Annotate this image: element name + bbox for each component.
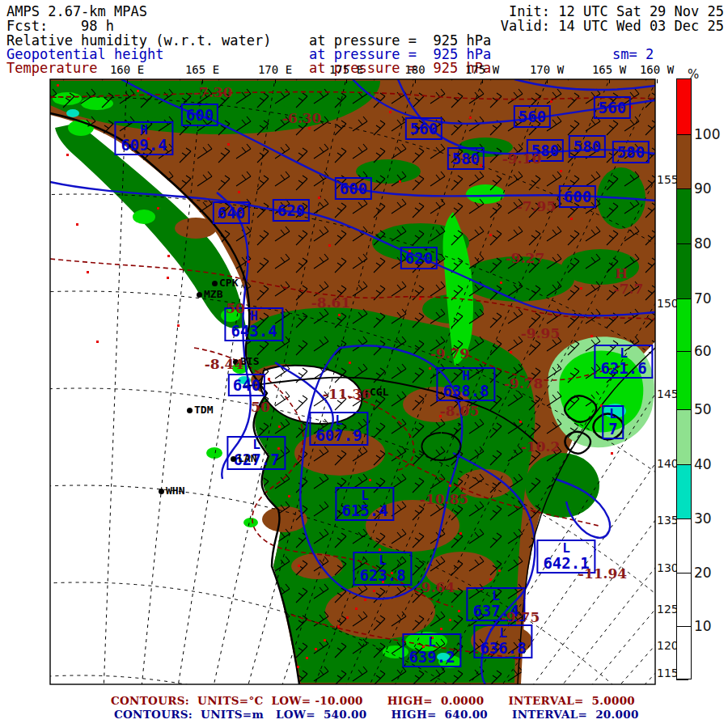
map-canvas [0, 0, 728, 728]
init-time: Init: 12 UTC Sat 29 Nov 25 [509, 3, 724, 19]
legend-temperature-contours: CONTOURS: UNITS=°C LOW= -10.000 HIGH= 0.… [111, 694, 635, 707]
forecast-hour: Fcst: 98 h [6, 18, 114, 34]
weather-plot-page: AMPS 2.67-km MPAS Fcst: 98 h Init: 12 UT… [0, 0, 728, 728]
field-t-level: at pressure = 925 hPa [309, 60, 491, 76]
legend-geopotential-contours: CONTOURS: UNITS=m LOW= 540.00 HIGH= 640.… [114, 708, 639, 721]
valid-time: Valid: 14 UTC Wed 03 Dec 25 [501, 18, 724, 34]
model-title: AMPS 2.67-km MPAS [6, 3, 147, 19]
smoothing-note: sm= 2 [612, 46, 654, 62]
field-t-name: Temperature [6, 60, 98, 76]
